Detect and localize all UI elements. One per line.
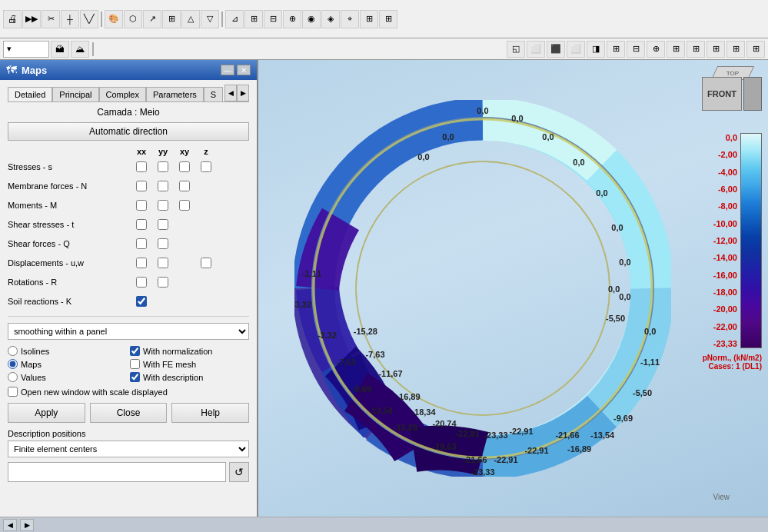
toolbar-icon-8[interactable]: ↗: [143, 10, 161, 28]
isolines-label: Isolines: [21, 347, 49, 356]
with-normalization-checkbox[interactable]: [130, 346, 140, 356]
toolbar-icon-19[interactable]: ⊞: [360, 10, 378, 28]
toolbar-icon-13[interactable]: ⊞: [244, 10, 263, 28]
scale-label-11: -22,00: [713, 322, 737, 331]
smoothing-select[interactable]: smoothing within a panel no smoothing sm…: [8, 323, 249, 340]
toolbar-icon-9[interactable]: ⊞: [162, 10, 181, 28]
refresh-button[interactable]: ↺: [229, 462, 249, 482]
toolbar-icon-20[interactable]: ⊞: [379, 10, 397, 28]
isolines-radio[interactable]: [8, 346, 18, 356]
toolbar-icon-3[interactable]: ✂: [42, 10, 60, 28]
tab-s[interactable]: S: [204, 87, 223, 101]
toolbar2-icon-9[interactable]: ⊟: [627, 41, 645, 58]
toolbar-icon-6[interactable]: 🎨: [105, 10, 123, 28]
description-positions-select[interactable]: Finite element centers Nodes Custom: [8, 441, 249, 457]
tab-parameters[interactable]: Parameters: [146, 87, 204, 101]
scale-label-3: -6,00: [713, 185, 737, 194]
toolbar2-dropdown[interactable]: ▾: [3, 41, 49, 58]
toolbar2-icon-8[interactable]: ⊞: [607, 41, 625, 58]
3d-cube[interactable]: TOP FRONT: [702, 66, 762, 118]
stresses-xy-checkbox[interactable]: [179, 161, 190, 172]
membrane-yy-checkbox[interactable]: [158, 181, 168, 191]
svg-text:-15,28: -15,28: [394, 423, 417, 432]
auto-direction-button[interactable]: Automatic direction: [8, 122, 249, 141]
toolbar-icon-5[interactable]: ╲╱: [80, 10, 98, 28]
displacements-xx-checkbox[interactable]: [136, 258, 147, 268]
membrane-xy-checkbox[interactable]: [179, 181, 190, 191]
toolbar2-icon-6[interactable]: ⬜: [567, 41, 585, 58]
nav-right-button[interactable]: ▶: [20, 519, 34, 531]
shear-forces-xx-checkbox[interactable]: [136, 238, 147, 249]
bottom-text-input[interactable]: [8, 462, 226, 482]
tab-principal[interactable]: Principal: [52, 87, 98, 101]
displacements-z-checkbox[interactable]: [201, 258, 211, 268]
svg-text:0,0: 0,0: [619, 292, 630, 301]
close-button[interactable]: ✕: [237, 65, 251, 75]
shear-stresses-xx-checkbox[interactable]: [136, 219, 147, 230]
minimize-button[interactable]: —: [221, 65, 234, 75]
toolbar-icon-11[interactable]: ▽: [201, 10, 219, 28]
moments-xx-checkbox[interactable]: [136, 200, 147, 211]
toolbar2-icon-5[interactable]: ⬛: [547, 41, 565, 58]
help-button[interactable]: Help: [171, 403, 249, 423]
tab-complex[interactable]: Complex: [99, 87, 146, 101]
toolbar2-icon-2[interactable]: ⛰: [71, 41, 89, 58]
close-dialog-button[interactable]: Close: [90, 403, 168, 423]
toolbar2-icon-3[interactable]: ◱: [507, 41, 525, 58]
tab-nav-right[interactable]: ▶: [237, 85, 249, 101]
toolbar-icon-2[interactable]: ▶▶: [22, 10, 41, 28]
toolbar-icon-15[interactable]: ⊕: [283, 10, 301, 28]
toolbar2-icon-13[interactable]: ⊞: [706, 41, 725, 58]
row-stresses: Stresses - s: [8, 158, 249, 175]
toolbar2-icon-11[interactable]: ⊞: [667, 41, 685, 58]
stresses-xx-checkbox[interactable]: [136, 161, 147, 172]
rotations-xx-checkbox[interactable]: [136, 277, 147, 288]
toolbar-icon-10[interactable]: △: [181, 10, 200, 28]
toolbar2-icon-4[interactable]: ⬜: [527, 41, 545, 58]
toolbar-icon-12[interactable]: ⊿: [225, 10, 244, 28]
with-description-checkbox[interactable]: [130, 372, 140, 382]
col-header-empty: [8, 147, 131, 156]
toolbar2-icon-14[interactable]: ⊞: [726, 41, 745, 58]
tab-detailed[interactable]: Detailed: [8, 87, 52, 101]
svg-text:-16,89: -16,89: [567, 444, 591, 454]
toolbar-icon-17[interactable]: ◈: [321, 10, 340, 28]
soil-xx-checkbox[interactable]: [136, 296, 147, 307]
svg-text:-22,91: -22,91: [524, 446, 548, 455]
toolbar2-icon-7[interactable]: ◨: [587, 41, 605, 58]
shear-forces-yy-checkbox[interactable]: [158, 238, 168, 249]
stresses-yy-checkbox[interactable]: [158, 161, 168, 172]
with-fe-mesh-checkbox[interactable]: [130, 359, 140, 369]
moments-yy-checkbox[interactable]: [158, 200, 168, 211]
toolbar-second[interactable]: ▾ 🏔 ⛰ ◱ ⬜ ⬛ ⬜ ◨ ⊞ ⊟ ⊕ ⊞ ⊞ ⊞ ⊞ ⊞: [0, 38, 768, 60]
toolbar2-icon-12[interactable]: ⊞: [687, 41, 705, 58]
toolbar2-icon-1[interactable]: 🏔: [51, 41, 69, 58]
toolbar-icon-4[interactable]: ┼: [61, 10, 79, 28]
toolbar-icon-18[interactable]: ⌖: [341, 10, 359, 28]
toolbar-icon-1[interactable]: 🖨: [3, 10, 22, 28]
maps-radio[interactable]: [8, 359, 18, 369]
stresses-z-checkbox[interactable]: [201, 161, 211, 172]
toolbar2-icon-15[interactable]: ⊞: [746, 41, 765, 58]
tab-nav-left[interactable]: ◀: [224, 85, 237, 101]
toolbar-top[interactable]: 🖨 ▶▶ ✂ ┼ ╲╱ 🎨 ⬡ ↗ ⊞ △ ▽ ⊿ ⊞ ⊟ ⊕ ◉ ◈ ⌖ ⊞ …: [0, 0, 768, 38]
svg-text:-19,63: -19,63: [432, 442, 456, 451]
toolbar-icon-16[interactable]: ◉: [302, 10, 321, 28]
open-window-checkbox[interactable]: [8, 387, 18, 397]
svg-text:-22,91: -22,91: [455, 429, 479, 438]
values-radio[interactable]: [8, 372, 18, 382]
rotations-yy-checkbox[interactable]: [158, 277, 168, 288]
apply-button[interactable]: Apply: [8, 403, 85, 423]
svg-text:0,0: 0,0: [644, 327, 656, 336]
shear-stresses-yy-checkbox[interactable]: [158, 219, 168, 230]
toolbar-icon-14[interactable]: ⊟: [264, 10, 282, 28]
toolbar-icon-7[interactable]: ⬡: [124, 10, 142, 28]
svg-text:0,0: 0,0: [596, 188, 607, 198]
toolbar2-icon-10[interactable]: ⊕: [647, 41, 665, 58]
nav-left-button[interactable]: ◀: [3, 519, 17, 531]
moments-xy-checkbox[interactable]: [179, 200, 190, 211]
svg-text:0,0: 0,0: [611, 223, 623, 232]
membrane-xx-checkbox[interactable]: [136, 181, 147, 191]
svg-text:-22,91: -22,91: [509, 427, 533, 436]
displacements-yy-checkbox[interactable]: [158, 258, 168, 268]
